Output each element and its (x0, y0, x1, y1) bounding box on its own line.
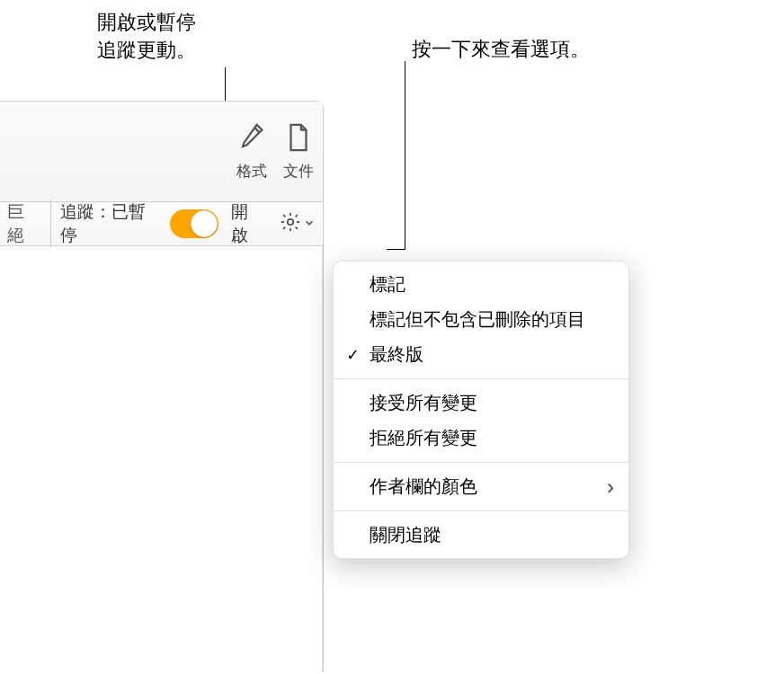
menu-item-markup-no-deletions[interactable]: 標記但不包含已刪除的項目 (334, 302, 628, 337)
menu-item-turn-off-tracking[interactable]: 關閉追蹤 (334, 518, 628, 553)
app-window: 格式 文件 巨絕 追蹤：已暫停 開啟 (0, 101, 324, 672)
menu-item-final[interactable]: ✓ 最終版 (334, 337, 628, 372)
tracking-options-button[interactable] (280, 211, 316, 237)
chevron-down-icon (303, 214, 316, 234)
on-label: 開啟 (231, 200, 265, 247)
toolbar: 格式 文件 (0, 102, 323, 202)
menu-item-reject-all[interactable]: 拒絕所有變更 (334, 421, 628, 456)
tracking-toggle[interactable] (170, 209, 218, 238)
document-label: 文件 (283, 161, 314, 182)
check-icon: ✓ (346, 345, 360, 365)
callout-gear-options: 按一下來查看選項。 (412, 36, 590, 64)
menu-item-markup[interactable]: 標記 (334, 267, 628, 302)
menu-item-accept-all[interactable]: 接受所有變更 (334, 386, 628, 421)
document-canvas[interactable] (0, 246, 323, 672)
tracking-status-label: 追蹤：已暫停 (60, 200, 162, 247)
document-button[interactable]: 文件 (283, 122, 314, 182)
svg-point-0 (288, 218, 293, 224)
tracking-options-menu: 標記 標記但不包含已刪除的項目 ✓ 最終版 接受所有變更 拒絕所有變更 作者欄的… (333, 261, 629, 559)
paintbrush-icon (236, 122, 267, 157)
document-icon (283, 122, 314, 157)
menu-separator (334, 462, 628, 463)
menu-separator (334, 510, 628, 511)
menu-item-author-color[interactable]: 作者欄的顏色 (334, 469, 628, 504)
toggle-knob (191, 210, 218, 237)
callout-toggle-tracking: 開啟或暫停 追蹤更動。 (97, 9, 196, 65)
format-label: 格式 (236, 161, 267, 182)
format-button[interactable]: 格式 (236, 122, 267, 182)
callout-leader-line (387, 249, 405, 250)
menu-separator (334, 378, 628, 379)
callout-leader-line (405, 61, 405, 250)
reject-button-partial[interactable]: 巨絕 (7, 200, 51, 247)
review-bar: 巨絕 追蹤：已暫停 開啟 (0, 202, 323, 246)
gear-icon (280, 211, 301, 237)
